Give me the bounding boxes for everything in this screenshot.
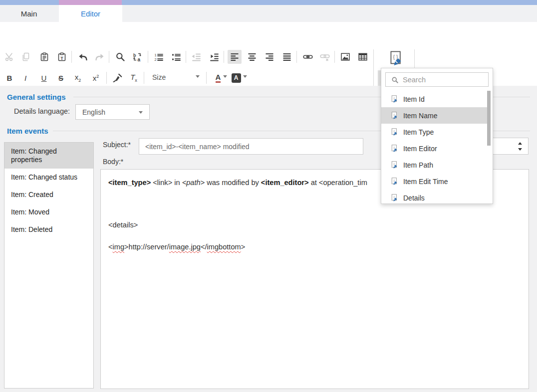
table-button[interactable] xyxy=(356,50,370,64)
tag-search-input[interactable] xyxy=(386,73,488,86)
paste-icon xyxy=(39,52,49,62)
justify-icon xyxy=(282,52,292,62)
body-line-3: <img>http://server/image.jpg</imgbottom> xyxy=(108,243,245,251)
event-item-changed-properties[interactable]: Item: Changed properties xyxy=(4,143,93,169)
divider xyxy=(144,72,144,84)
spinner-down-icon[interactable] xyxy=(518,148,522,151)
body-line-1: <item_type> <link> in <path> was modifie… xyxy=(108,179,367,187)
search-button[interactable] xyxy=(113,50,127,64)
numbered-list-button[interactable]: 12 xyxy=(152,50,166,64)
italic-button[interactable]: I xyxy=(18,71,32,85)
undo-icon xyxy=(78,52,88,62)
redo-icon xyxy=(94,52,104,62)
insert-tag-button[interactable]: { } xyxy=(386,48,405,68)
align-left-button[interactable] xyxy=(228,50,242,64)
font-size-dropdown[interactable]: Size xyxy=(152,73,166,81)
copy-icon xyxy=(21,52,31,62)
table-icon xyxy=(358,52,368,62)
svg-text:2: 2 xyxy=(155,57,157,62)
menu-item-item-name[interactable]: ()Item Name xyxy=(381,107,489,124)
svg-text:T: T xyxy=(60,56,63,61)
redo-button xyxy=(92,50,106,64)
chevron-down-icon[interactable] xyxy=(196,75,200,78)
underline-button[interactable]: U xyxy=(37,71,51,85)
align-center-icon xyxy=(247,52,257,62)
tag-item-list: ()Item Id ()Item Name ()Item Type ()Item… xyxy=(381,91,489,206)
svg-text:1: 1 xyxy=(155,53,157,57)
subscript-button[interactable]: x2 xyxy=(71,71,85,85)
menu-item-item-editor[interactable]: ()Item Editor xyxy=(381,140,489,157)
scrollbar-thumb[interactable] xyxy=(487,91,491,146)
insert-tag-icon: { } xyxy=(388,50,404,66)
remove-format-button[interactable]: Tx xyxy=(127,71,141,85)
align-center-button[interactable] xyxy=(245,50,259,64)
svg-text:(): () xyxy=(393,180,395,182)
font-color-button[interactable]: A xyxy=(211,71,225,85)
undo-button[interactable] xyxy=(76,50,90,64)
body-label: Body:* xyxy=(103,158,123,166)
format-painter-button[interactable] xyxy=(111,71,125,85)
align-right-icon xyxy=(265,52,274,62)
indent-icon xyxy=(209,52,219,62)
divider xyxy=(148,51,148,63)
justify-button[interactable] xyxy=(280,50,294,64)
event-item-deleted[interactable]: Item: Deleted xyxy=(4,221,93,238)
menu-item-details[interactable]: ()Details xyxy=(381,190,489,206)
chevron-down-icon[interactable] xyxy=(223,75,227,78)
subject-input[interactable] xyxy=(139,138,363,155)
divider xyxy=(296,51,297,63)
menu-item-item-path[interactable]: ()Item Path xyxy=(381,157,489,173)
body-line-2: <details> xyxy=(108,221,138,229)
svg-text:(): () xyxy=(393,97,395,100)
numbered-list-icon: 12 xyxy=(154,52,164,62)
bold-button[interactable]: B xyxy=(2,71,16,85)
svg-text:(): () xyxy=(393,163,395,166)
tag-icon: () xyxy=(390,161,398,169)
general-settings-heading: General settings xyxy=(7,93,66,101)
details-language-select[interactable]: English xyxy=(75,104,150,120)
subject-label: Subject:* xyxy=(103,141,131,149)
spinner-up-icon[interactable] xyxy=(518,142,522,145)
background-color-button[interactable]: A xyxy=(229,71,243,85)
chevron-down-icon[interactable] xyxy=(243,75,247,78)
tab-bar: Main Editor xyxy=(0,5,537,22)
align-left-icon xyxy=(230,52,240,62)
divider xyxy=(373,49,374,88)
replace-button[interactable]: ba xyxy=(130,50,144,64)
superscript-button[interactable]: x2 xyxy=(89,71,103,85)
tag-icon: () xyxy=(390,128,398,136)
svg-text:(): () xyxy=(393,114,395,116)
indent-button[interactable] xyxy=(207,50,221,64)
divider xyxy=(109,51,109,63)
bullet-list-button[interactable] xyxy=(169,50,183,64)
insert-tag-menu: ()Item Id ()Item Name ()Item Type ()Item… xyxy=(381,68,493,204)
event-item-moved[interactable]: Item: Moved xyxy=(4,203,93,221)
menu-item-item-edit-time[interactable]: ()Item Edit Time xyxy=(381,173,489,190)
paste-button[interactable] xyxy=(37,50,51,64)
menu-item-item-id[interactable]: ()Item Id xyxy=(381,91,489,107)
tag-icon: () xyxy=(390,194,398,202)
image-icon xyxy=(340,52,350,62)
menu-item-item-type[interactable]: ()Item Type xyxy=(381,124,489,140)
align-right-button[interactable] xyxy=(263,50,276,64)
unlink-icon xyxy=(320,52,330,62)
tag-search-box xyxy=(385,72,489,87)
cut-button xyxy=(2,50,16,64)
image-button[interactable] xyxy=(338,50,352,64)
divider xyxy=(71,51,72,63)
item-events-heading: Item events xyxy=(7,127,48,135)
outdent-icon xyxy=(191,52,201,62)
event-item-created[interactable]: Item: Created xyxy=(4,186,93,203)
tab-main[interactable]: Main xyxy=(9,5,49,22)
strikethrough-button[interactable]: S xyxy=(54,71,68,85)
divider xyxy=(224,51,224,63)
font-color-icon: A xyxy=(216,73,221,83)
event-item-changed-status[interactable]: Item: Changed status xyxy=(4,169,93,186)
link-button[interactable] xyxy=(301,50,315,64)
svg-text:(): () xyxy=(393,130,395,133)
active-tab-accent xyxy=(59,0,122,5)
paste-as-text-button[interactable]: T xyxy=(55,50,69,64)
svg-text:(): () xyxy=(393,147,395,149)
svg-text:a: a xyxy=(138,57,141,62)
tab-editor[interactable]: Editor xyxy=(59,5,122,22)
